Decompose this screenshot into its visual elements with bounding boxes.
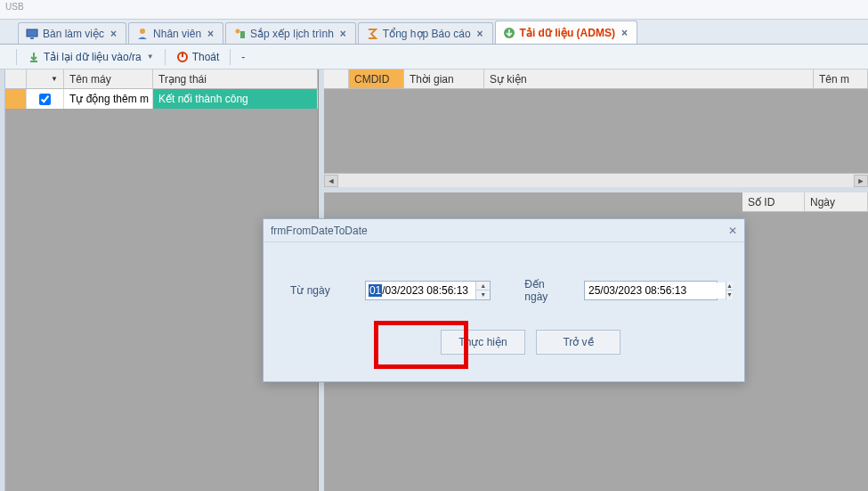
button-row: Thực hiện Trở về [344, 330, 718, 355]
dialog-title: frmFromDateToDate [271, 225, 368, 237]
svg-rect-6 [30, 61, 37, 62]
scroll-left-icon[interactable]: ◄ [324, 175, 338, 187]
tool-label: Thoát [192, 51, 220, 63]
power-icon [176, 51, 189, 63]
spin-buttons[interactable]: ▲▼ [475, 282, 490, 299]
person-icon [136, 28, 149, 40]
tab-close-icon[interactable]: × [475, 28, 485, 40]
tab-close-icon[interactable]: × [620, 27, 629, 39]
tool-label: Tải lại dữ liệu vào/ra [44, 51, 142, 63]
grid-header: CMDID Thời gian Sự kiện Tên m [324, 70, 868, 89]
col-id[interactable]: Số ID [742, 192, 805, 211]
table-row[interactable]: Tự động thêm m Kết nối thành công [5, 89, 318, 109]
tab-report[interactable]: Tổng hợp Báo cáo × [358, 22, 493, 44]
top-strip: USB [0, 0, 868, 20]
form-row: Từ ngày 01/03/2023 08:56:13 ▲▼ Đến ngày … [290, 278, 718, 303]
spin-down-icon[interactable]: ▼ [476, 291, 490, 299]
separator [165, 49, 166, 65]
row-checkbox-cell [27, 89, 64, 109]
svg-point-3 [236, 29, 240, 33]
spin-up-icon[interactable]: ▲ [726, 282, 733, 291]
dialog-body: Từ ngày 01/03/2023 08:56:13 ▲▼ Đến ngày … [264, 242, 744, 372]
row-checkbox[interactable] [39, 94, 51, 105]
tab-label: Tổng hợp Báo cáo [383, 28, 471, 40]
schedule-icon [233, 28, 246, 40]
tab-label: Bàn làm việc [43, 28, 104, 40]
to-date-input[interactable]: ▲▼ [584, 281, 718, 300]
from-date-value: 01/03/2023 08:56:13 [366, 284, 468, 297]
checkbox-column[interactable]: ▼ [27, 70, 64, 88]
execute-button[interactable]: Thực hiện [441, 330, 525, 355]
chevron-down-icon: ▼ [147, 53, 154, 61]
separator [16, 49, 17, 65]
selector-column[interactable] [5, 70, 27, 88]
tab-close-icon[interactable]: × [206, 28, 215, 40]
col-time[interactable]: Thời gian [404, 70, 484, 88]
dialog-titlebar[interactable]: frmFromDateToDate ✕ [264, 219, 744, 242]
tab-label: Sắp xếp lịch trình [250, 28, 334, 40]
chevron-down-icon: ▼ [51, 75, 58, 83]
svg-rect-1 [30, 37, 34, 39]
toolbar: Tải lại dữ liệu vào/ra ▼ Thoát - [0, 45, 868, 70]
tab-employees[interactable]: Nhân viên × [128, 22, 223, 44]
tab-close-icon[interactable]: × [109, 28, 118, 40]
separator [230, 49, 231, 65]
grid-header: ▼ Tên máy Trạng thái [5, 70, 318, 89]
date-range-dialog: frmFromDateToDate ✕ Từ ngày 01/03/2023 0… [263, 218, 745, 382]
tab-label: Nhân viên [153, 28, 201, 40]
svg-rect-4 [240, 31, 245, 38]
to-date-label: Đến ngày [524, 278, 568, 303]
tab-desktop[interactable]: Bàn làm việc × [18, 22, 126, 44]
col-machine-name[interactable]: Tên máy [64, 70, 153, 88]
col-status[interactable]: Trạng thái [153, 70, 318, 88]
grid-header: Số ID Ngày [742, 192, 868, 212]
download-icon [503, 27, 515, 39]
spin-down-icon[interactable]: ▼ [726, 291, 733, 299]
svg-rect-0 [27, 29, 37, 37]
tab-download-adms[interactable]: Tải dữ liệu (ADMS) × [495, 20, 637, 44]
col-cmdid[interactable]: CMDID [349, 70, 404, 88]
empty-dropdown[interactable]: - [236, 49, 250, 65]
close-icon[interactable]: ✕ [728, 225, 737, 237]
tab-schedule[interactable]: Sắp xếp lịch trình × [225, 22, 356, 44]
tool-label: - [241, 51, 245, 63]
tab-bar: Bàn làm việc × Nhân viên × Sắp xếp lịch … [0, 20, 868, 45]
spin-buttons[interactable]: ▲▼ [726, 282, 733, 299]
reload-data-button[interactable]: Tải lại dữ liệu vào/ra ▼ [22, 49, 159, 65]
back-button[interactable]: Trở về [536, 330, 621, 355]
scroll-track[interactable] [338, 175, 854, 187]
to-date-value[interactable] [585, 282, 726, 299]
svg-point-2 [140, 29, 145, 34]
col-date[interactable]: Ngày [805, 192, 868, 211]
selector-column[interactable] [324, 70, 349, 88]
from-date-input[interactable]: 01/03/2023 08:56:13 ▲▼ [365, 281, 491, 300]
spin-up-icon[interactable]: ▲ [476, 282, 490, 291]
col-machine[interactable]: Tên m [814, 70, 868, 88]
scroll-right-icon[interactable]: ► [854, 175, 868, 187]
tab-label: Tải dữ liệu (ADMS) [520, 27, 615, 39]
horizontal-scrollbar[interactable]: ◄ ► [324, 173, 868, 187]
logout-button[interactable]: Thoát [171, 49, 225, 65]
desktop-icon [26, 28, 38, 40]
from-date-label: Từ ngày [290, 284, 349, 297]
col-event[interactable]: Sự kiện [484, 70, 814, 88]
tab-close-icon[interactable]: × [338, 28, 348, 40]
row-selector[interactable] [5, 89, 27, 109]
sigma-icon [366, 28, 378, 40]
event-grid: CMDID Thời gian Sự kiện Tên m ◄ ► [324, 70, 868, 187]
cell-status: Kết nối thành công [153, 89, 318, 109]
cell-machine-name: Tự động thêm m [64, 89, 153, 109]
grid-body [324, 89, 868, 173]
download-arrow-icon [28, 51, 40, 63]
